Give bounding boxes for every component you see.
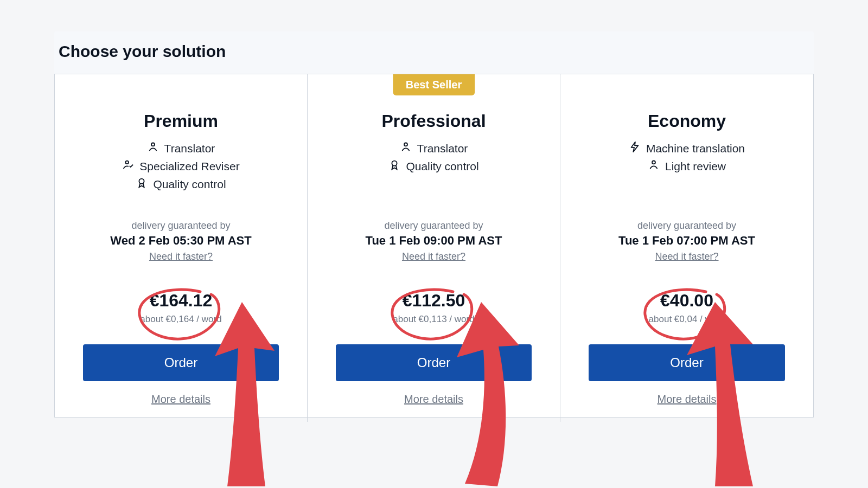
feature-label: Specialized Reviser [139, 160, 239, 173]
svg-point-0 [151, 143, 155, 146]
feature-item: Quality control [136, 177, 226, 191]
feature-label: Translator [417, 142, 468, 155]
price-block: €164.12 about €0,164 / word [140, 291, 221, 325]
feature-item: Translator [147, 141, 215, 156]
svg-point-5 [652, 160, 655, 164]
feature-item: Translator [400, 141, 468, 156]
ribbon-icon [388, 159, 400, 174]
bolt-icon [629, 141, 641, 156]
feature-label: Machine translation [646, 142, 745, 155]
tier-title: Economy [648, 111, 726, 131]
tier-features: Machine translation Light review [629, 141, 745, 208]
delivery-label: delivery guaranteed by [110, 220, 251, 232]
order-button[interactable]: Order [336, 344, 532, 381]
more-details-link[interactable]: More details [404, 393, 463, 406]
price-per-word: about €0,113 / word [393, 314, 474, 325]
pricing-panel: Choose your solution Premium Translator … [54, 31, 814, 418]
svg-point-2 [139, 179, 144, 184]
price-per-word: about €0,04 / word [649, 314, 725, 325]
price-value: €164.12 [140, 291, 221, 311]
best-seller-badge: Best Seller [393, 74, 475, 95]
svg-point-4 [392, 161, 397, 166]
more-details-link[interactable]: More details [151, 393, 210, 406]
price-value: €40.00 [649, 291, 725, 311]
feature-item: Specialized Reviser [122, 159, 239, 174]
price-block: €112.50 about €0,113 / word [393, 291, 474, 325]
delivery-time: Wed 2 Feb 05:30 PM AST [110, 234, 251, 248]
need-faster-link[interactable]: Need it faster? [655, 251, 718, 262]
person-icon [400, 141, 412, 156]
delivery-block: delivery guaranteed by Wed 2 Feb 05:30 P… [110, 220, 251, 262]
price-per-word: about €0,164 / word [140, 314, 221, 325]
feature-item: Machine translation [629, 141, 745, 156]
delivery-block: delivery guaranteed by Tue 1 Feb 09:00 P… [366, 220, 502, 262]
ribbon-icon [136, 177, 148, 191]
tier-features: Translator Quality control [388, 141, 478, 208]
tier-title: Premium [144, 111, 218, 131]
need-faster-link[interactable]: Need it faster? [402, 251, 465, 262]
delivery-label: delivery guaranteed by [366, 220, 502, 232]
tier-cards: Premium Translator Specialized Reviser [54, 74, 814, 418]
tier-card-professional: Best Seller Professional Translator Qual… [308, 74, 560, 422]
feature-label: Light review [665, 160, 726, 173]
order-button[interactable]: Order [83, 344, 279, 381]
need-faster-link[interactable]: Need it faster? [149, 251, 213, 262]
tier-card-premium: Premium Translator Specialized Reviser [55, 74, 308, 422]
feature-item: Quality control [388, 159, 478, 174]
more-details-link[interactable]: More details [658, 393, 717, 406]
tier-title: Professional [381, 111, 486, 131]
feature-label: Translator [164, 142, 215, 155]
svg-point-3 [404, 143, 407, 146]
delivery-time: Tue 1 Feb 07:00 PM AST [618, 234, 755, 248]
person-icon [648, 159, 660, 174]
feature-label: Quality control [153, 178, 226, 191]
svg-point-1 [126, 161, 129, 164]
page-title: Choose your solution [54, 42, 814, 74]
feature-label: Quality control [406, 160, 478, 173]
delivery-block: delivery guaranteed by Tue 1 Feb 07:00 P… [618, 220, 755, 262]
delivery-label: delivery guaranteed by [618, 220, 755, 232]
delivery-time: Tue 1 Feb 09:00 PM AST [366, 234, 502, 248]
order-button[interactable]: Order [589, 344, 785, 381]
price-block: €40.00 about €0,04 / word [649, 291, 725, 325]
tier-card-economy: Economy Machine translation Light review… [560, 74, 813, 422]
person-check-icon [122, 159, 134, 174]
tier-features: Translator Specialized Reviser Quality c… [122, 141, 239, 208]
feature-item: Light review [648, 159, 726, 174]
person-icon [147, 141, 159, 156]
price-value: €112.50 [393, 291, 474, 311]
